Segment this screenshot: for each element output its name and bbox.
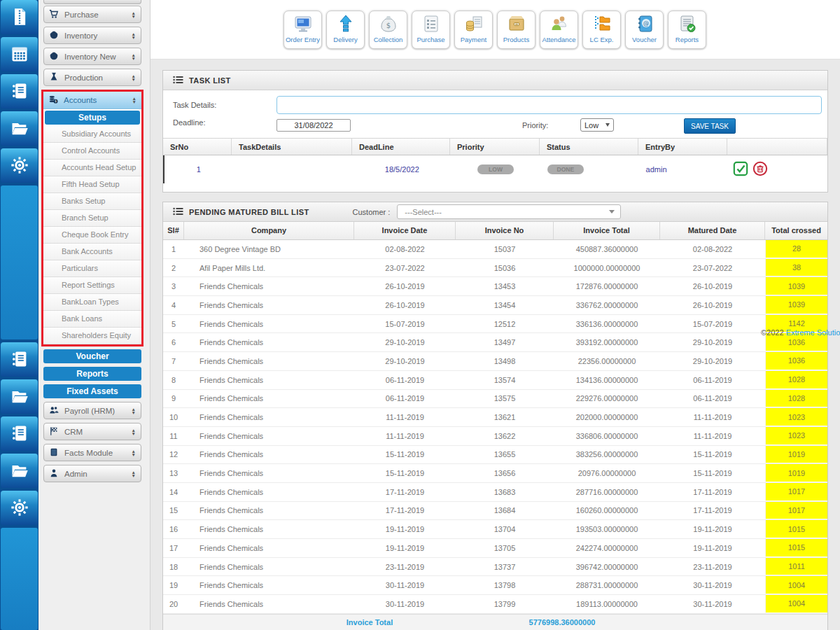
strip-button-zip-document[interactable] [1,0,38,34]
brand-link[interactable]: Extreme Solutions. [786,328,840,337]
bill-panel-header: PENDING MATURED BILL LIST Customer : ---… [163,202,827,222]
bill-invoice-total: 288731.00000000 [554,581,660,589]
strip-button-folder[interactable] [1,111,38,146]
sidebar-item-purchase[interactable]: Purchase▲▼ [43,6,141,23]
customer-select[interactable]: ---Select--- [397,204,621,219]
attendance-icon [550,14,569,35]
sidebar: Purchase▲▼Inventory▲▼Inventory New▲▼Prod… [38,0,150,630]
toolbar-button-delivery[interactable]: Delivery [326,10,365,49]
bill-slno: 15 [163,506,184,514]
toolbar-button-payment[interactable]: Payment [454,10,493,49]
folder-icon [10,461,29,482]
toolbar-button-order-entry[interactable]: Order Entry [284,10,322,49]
setups-item-particulars[interactable]: Particulars [43,260,141,277]
sidebar-item-payroll-hrm-[interactable]: Payroll (HRM)▲▼ [43,402,141,419]
bill-invoice-no: 13704 [456,525,554,533]
bill-company: Friends Chemicals [184,376,354,384]
bill-invoice-total: 287716.00000000 [554,488,660,496]
users-icon [49,405,59,416]
sidebar-item-production[interactable]: Production▲▼ [43,69,141,86]
setups-item-fifth-head-setup[interactable]: Fifth Head Setup [43,176,141,193]
bill-company: Friends Chemicals [184,413,354,421]
copyright-watermark: ©2022 Extreme Solutions. [761,328,840,337]
setups-item-report-settings[interactable]: Report Settings [43,277,141,294]
expand-collapse-icon: ▲▼ [132,470,136,477]
sidebar-section-fixed-assets[interactable]: Fixed Assets [43,384,141,398]
sidebar-top-items: Purchase▲▼Inventory▲▼Inventory New▲▼Prod… [38,6,150,86]
bill-matured-date: 30-11-2019 [660,581,765,589]
svg-text:$: $ [55,99,57,103]
sidebar-item-admin[interactable]: Admin▲▼ [43,465,141,482]
setups-list: Subsidiary AccountsControl AccountsAccou… [43,126,141,344]
bill-invoice-date: 29-10-2019 [354,338,456,346]
expand-collapse-icon: ▲▼ [132,97,136,104]
voucher-icon: @ [635,14,654,35]
sidebar-item-crm[interactable]: CRM▲▼ [43,423,141,440]
toolbar-button-collection[interactable]: $Collection [369,10,407,49]
strip-button-calendar[interactable] [1,37,38,71]
toolbar-button-attendance[interactable]: Attendance [540,10,578,49]
bill-company: Friends Chemicals [184,338,354,346]
setups-item-bank-loans[interactable]: Bank Loans [43,311,141,328]
sidebar-section-voucher[interactable]: Voucher [43,349,141,363]
deadline-input[interactable] [276,119,351,132]
toolbar-button-lc-exp-[interactable]: LC Exp. [582,10,621,49]
strip-button-folder[interactable] [1,379,38,414]
toolbar-button-label: Reports [676,36,699,43]
bill-crossed-days: 1015 [765,520,827,538]
bill-invoice-total: 1000000.00000000 [554,264,660,272]
setups-item-cheque-book-entry[interactable]: Cheque Book Entry [43,227,141,244]
strip-button-notebook[interactable] [1,416,38,451]
strip-button-gear[interactable] [1,491,38,525]
toolbar-button-voucher[interactable]: @Voucher [625,10,664,49]
cart-icon [49,9,59,20]
sidebar-section-setups[interactable]: Setups [45,111,140,125]
sidebar-item-accounts[interactable]: $ Accounts ▲▼ [43,92,141,109]
bill-invoice-no: 15036 [456,264,554,272]
task-details-input[interactable] [276,96,822,114]
priority-select[interactable]: Low [580,118,614,132]
delete-icon[interactable] [752,161,768,178]
strip-button-notebook[interactable] [1,74,38,108]
setups-item-branch-setup[interactable]: Branch Setup [43,210,141,227]
svg-text:@: @ [643,20,649,27]
bill-company: Friends Chemicals [184,525,354,533]
setups-item-accounts-head-setup[interactable]: Accounts Head Setup [43,160,141,176]
bill-invoice-total: 383256.00000000 [554,450,660,458]
order-entry-icon [293,14,313,35]
bill-matured-date: 15-11-2019 [660,469,765,477]
bill-col-invoice-total: Invoice Total [554,222,660,239]
sidebar-item-inventory[interactable]: Inventory▲▼ [43,27,141,44]
task-col-actions [727,139,827,155]
expand-collapse-icon: ▲▼ [132,407,136,414]
toolbar-button-products[interactable]: Products [497,10,536,49]
bill-crossed-days: 1004 [765,595,827,613]
bill-table-row: 2Afil Paper Mills Ltd.23-07-202215036100… [163,259,827,278]
bill-invoice-total: 450887.36000000 [554,245,660,253]
bill-matured-date: 06-11-2019 [660,376,765,384]
setups-item-subsidiary-accounts[interactable]: Subsidiary Accounts [43,126,141,143]
strip-button-notebook[interactable] [1,342,38,377]
save-task-button[interactable]: SAVE TASK [684,118,736,134]
bill-company: Friends Chemicals [184,394,354,402]
setups-item-bank-accounts[interactable]: Bank Accounts [43,244,141,260]
setups-item-bankloan-types[interactable]: BankLoan Types [43,294,141,311]
strip-button-folder[interactable] [1,454,38,488]
strip-button-gear[interactable] [1,148,38,183]
bill-crossed-days: 1023 [765,408,827,426]
check-ok-icon[interactable] [733,161,748,178]
toolbar-button-purchase[interactable]: Purchase [412,10,450,49]
flask-icon [49,72,59,83]
bill-company: Friends Chemicals [184,563,354,571]
sidebar-section-reports[interactable]: Reports [43,367,141,381]
bill-matured-date: 02-08-2022 [660,245,765,253]
bill-invoice-no: 13621 [456,413,554,421]
setups-item-shareholders-equity[interactable]: Shareholders Equity [43,328,141,344]
sidebar-item-inventory-new[interactable]: Inventory New▲▼ [43,48,141,65]
bill-matured-date: 11-11-2019 [660,413,765,421]
sidebar-item-facts-module[interactable]: Facts Module▲▼ [43,444,141,461]
setups-item-banks-setup[interactable]: Banks Setup [43,193,141,210]
setups-item-control-accounts[interactable]: Control Accounts [43,143,141,160]
bill-crossed-days: 1011 [765,558,827,576]
toolbar-button-reports[interactable]: Reports [668,10,706,49]
